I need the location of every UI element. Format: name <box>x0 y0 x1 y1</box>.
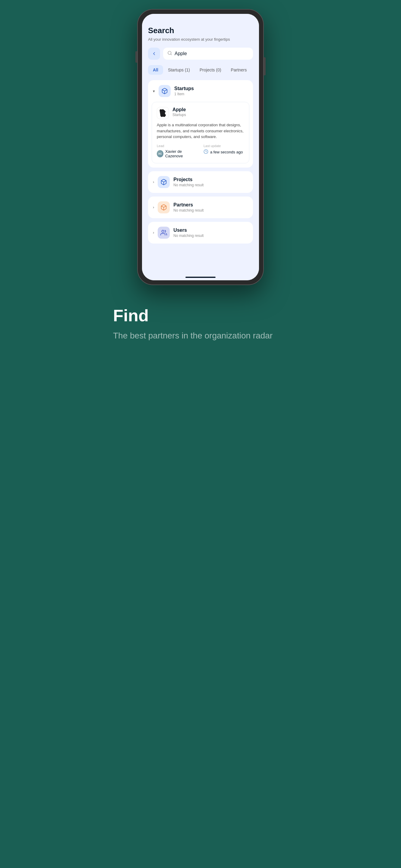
phone-frame: Search All your innovation ecosystem at … <box>137 9 264 285</box>
projects-title: Projects <box>173 177 204 182</box>
search-input-container[interactable]: Apple <box>163 48 253 60</box>
projects-icon <box>158 176 170 188</box>
page-subtitle: All your innovation ecosystem at your fi… <box>148 37 253 41</box>
apple-description: Apple is a multinational corporation tha… <box>157 122 244 140</box>
screen-content: Search All your innovation ecosystem at … <box>142 14 259 273</box>
tab-all[interactable]: All <box>148 65 163 75</box>
last-update-text: a few seconds ago <box>210 150 243 154</box>
projects-title-group: Projects No matching result <box>173 177 204 187</box>
partners-title-group: Partners No matching result <box>173 202 204 213</box>
filter-tabs: All Startups (1) Projects (0) Partners <box>148 65 253 75</box>
apple-result-card[interactable]: Apple Startups Apple is a multinational … <box>152 102 249 163</box>
meta-row: Lead XC Xavier de Cazenove Last update <box>157 144 244 158</box>
startups-title: Startups <box>174 86 194 91</box>
lead-avatar: XC <box>157 150 163 157</box>
search-value: Apple <box>175 51 187 56</box>
startups-subtitle: 1 Item <box>174 92 194 96</box>
home-indicator <box>142 273 259 280</box>
startups-chevron[interactable]: ▾ <box>153 89 155 93</box>
users-subtitle: No matching result <box>173 234 204 238</box>
users-chevron[interactable]: › <box>153 230 154 235</box>
back-button[interactable] <box>148 48 160 60</box>
clock-icon <box>204 149 208 155</box>
apple-type: Startups <box>173 113 186 117</box>
box-icon <box>161 88 168 94</box>
projects-chevron[interactable]: › <box>153 180 154 184</box>
users-section: › Users No matching result <box>148 222 253 244</box>
tab-startups[interactable]: Startups (1) <box>163 65 195 75</box>
startups-title-group: Startups 1 Item <box>174 86 194 96</box>
last-update-value: a few seconds ago <box>204 149 244 155</box>
last-update-group: Last update a few seconds ago <box>204 144 244 158</box>
lead-name: Xavier de Cazenove <box>165 149 197 158</box>
apple-name: Apple <box>173 107 186 113</box>
apple-result-header: Apple Startups <box>157 107 244 119</box>
projects-box-icon <box>160 179 167 185</box>
partners-box-icon <box>160 204 167 211</box>
search-icon <box>167 51 172 57</box>
projects-header: › Projects No matching result <box>148 171 253 193</box>
users-title-group: Users No matching result <box>173 227 204 238</box>
home-bar <box>185 277 216 278</box>
lead-label: Lead <box>157 144 197 148</box>
projects-section: › Projects No matching result <box>148 171 253 193</box>
search-row: Apple <box>148 48 253 60</box>
partners-subtitle: No matching result <box>173 208 204 213</box>
projects-subtitle: No matching result <box>173 183 204 187</box>
lead-group: Lead XC Xavier de Cazenove <box>157 144 197 158</box>
apple-logo <box>157 107 169 119</box>
apple-info: Apple Startups <box>173 107 186 117</box>
users-title: Users <box>173 227 204 233</box>
partners-section: › Partners No matching result <box>148 196 253 218</box>
bottom-section: Find The best partners in the organizati… <box>95 285 306 366</box>
svg-point-6 <box>162 230 164 232</box>
tab-partners[interactable]: Partners <box>226 65 252 75</box>
partners-icon <box>158 201 170 213</box>
tab-projects[interactable]: Projects (0) <box>195 65 226 75</box>
last-update-label: Last update <box>204 144 244 148</box>
startups-icon <box>159 85 171 97</box>
find-title: Find <box>113 306 288 325</box>
back-arrow-icon <box>152 51 156 56</box>
find-subtitle: The best partners in the organization ra… <box>113 330 288 341</box>
users-header: › Users No matching result <box>148 222 253 244</box>
partners-chevron[interactable]: › <box>153 205 154 210</box>
svg-line-1 <box>171 54 172 55</box>
lead-avatar-img: XC <box>157 150 163 157</box>
lead-value: XC Xavier de Cazenove <box>157 149 197 158</box>
partners-title: Partners <box>173 202 204 208</box>
users-icon <box>158 227 170 239</box>
users-people-icon <box>160 229 167 236</box>
partners-header: › Partners No matching result <box>148 196 253 218</box>
startups-section: ▾ Startups 1 Item <box>148 80 253 167</box>
phone-screen: Search All your innovation ecosystem at … <box>142 14 259 280</box>
page-title: Search <box>148 26 253 35</box>
startups-header: ▾ Startups 1 Item <box>148 80 253 102</box>
